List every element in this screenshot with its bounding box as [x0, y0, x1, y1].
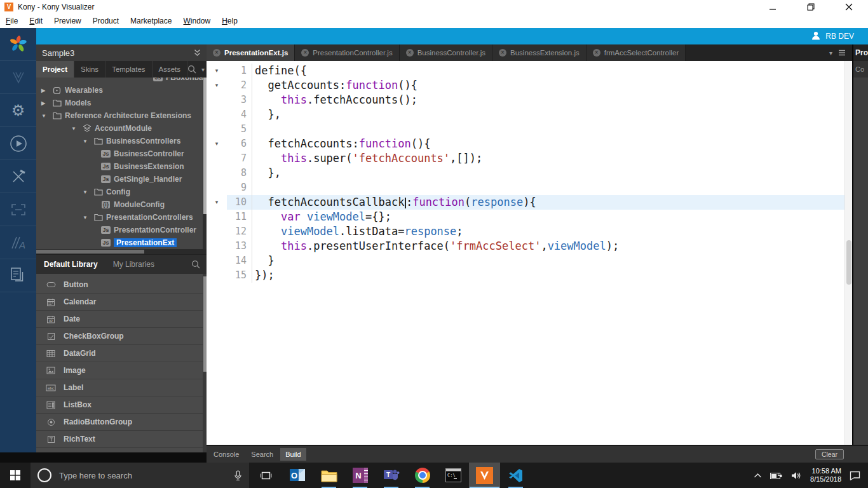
tree-item-config[interactable]: ▼Config — [36, 186, 207, 198]
expander-icon[interactable]: ▶ — [41, 88, 49, 93]
widget-item-radiobuttongroup[interactable]: RadioButtonGroup — [36, 414, 207, 431]
collapse-all-icon[interactable] — [194, 49, 201, 57]
tree-item-presentationext[interactable]: JsPresentationExt — [36, 236, 207, 249]
code-line-10[interactable]: ▾10 fetchAccountsCallback:function(respo… — [207, 195, 852, 210]
editor-tab-presentationcontroller-js[interactable]: ×PresentationController.js — [295, 44, 399, 61]
properties-panel-edge[interactable]: Prop Co — [852, 44, 868, 445]
settings-gear-icon[interactable]: ⚙ — [0, 94, 36, 127]
tree-item-wearables[interactable]: ▶Wearables — [36, 84, 207, 97]
console-tab-console[interactable]: Console — [208, 448, 244, 461]
widget-item-calendar[interactable]: Calendar — [36, 294, 207, 311]
editor-scrollbar[interactable] — [844, 61, 852, 445]
expander-icon[interactable]: ▼ — [83, 139, 90, 144]
code-text[interactable]: this.super('fetchAccounts',[]); — [252, 151, 852, 166]
tree-item-models[interactable]: ▶Models — [36, 97, 207, 109]
panel-tab-templates[interactable]: Templates — [105, 61, 152, 78]
taskbar-app-vscode[interactable] — [500, 463, 531, 488]
fold-toggle-icon[interactable]: ▾ — [207, 78, 227, 93]
dropdown-caret-icon[interactable]: ▾ — [201, 66, 205, 73]
library-tab-default-library[interactable]: Default Library — [36, 255, 105, 274]
expander-icon[interactable]: ▼ — [71, 126, 79, 132]
editor-tab-frmaccselectcontroller[interactable]: ×frmAccSelectController — [587, 44, 686, 61]
widget-item-richtext[interactable]: RichText — [36, 431, 207, 448]
menu-icon[interactable] — [838, 50, 846, 56]
code-text[interactable]: fetchAccountsCallback:function(response)… — [252, 195, 852, 210]
panel-tab-skins[interactable]: Skins — [74, 61, 105, 78]
code-line-7[interactable]: 7 this.super('fetchAccounts',[]); — [207, 151, 852, 166]
minimize-button[interactable] — [754, 0, 792, 14]
restore-button[interactable] — [792, 0, 830, 14]
widget-item-slider[interactable]: Slider — [36, 448, 207, 452]
menu-file[interactable]: File — [0, 14, 24, 28]
user-account-button[interactable]: RB DEV — [811, 30, 854, 43]
close-tab-icon[interactable]: × — [213, 49, 220, 57]
panel-tab-assets[interactable]: Assets — [153, 61, 188, 78]
search-icon[interactable] — [191, 260, 207, 269]
code-text[interactable] — [252, 180, 852, 195]
close-tab-icon[interactable]: × — [301, 49, 309, 57]
menu-help[interactable]: Help — [216, 14, 243, 28]
kony-logo[interactable] — [0, 28, 36, 61]
close-tab-icon[interactable]: × — [499, 49, 506, 57]
menu-marketplace[interactable]: Marketplace — [125, 14, 177, 28]
battery-icon[interactable] — [770, 471, 783, 480]
widget-item-date[interactable]: 02Date — [36, 311, 207, 328]
tree-item-fboxonbardscrn94dcontroller[interactable]: JsFBoxonbardScrn94dController — [36, 78, 207, 84]
widget-item-image[interactable]: Image — [36, 362, 207, 379]
code-text[interactable]: }, — [252, 107, 852, 122]
menu-edit[interactable]: Edit — [24, 14, 48, 28]
widget-item-listbox[interactable]: ListBox — [36, 396, 207, 414]
console-tab-build[interactable]: Build — [280, 448, 306, 461]
code-text[interactable]: }, — [252, 166, 852, 180]
code-text[interactable]: getAccounts:function(){ — [252, 78, 852, 93]
expander-icon[interactable]: ▼ — [83, 215, 90, 220]
taskbar-app-teams[interactable]: T — [376, 463, 407, 488]
code-text[interactable]: viewModel.listData=response; — [252, 224, 852, 239]
code-text[interactable]: this.presentUserInterface('frmAccSelect'… — [252, 239, 852, 254]
search-icon[interactable] — [187, 65, 196, 74]
code-line-14[interactable]: 14 } — [207, 254, 852, 268]
code-line-9[interactable]: 9 — [207, 180, 852, 195]
taskbar-search-box[interactable]: Type here to search — [31, 463, 249, 488]
code-text[interactable] — [252, 122, 852, 137]
code-line-12[interactable]: 12 viewModel.listData=response; — [207, 224, 852, 239]
taskbar-app-chrome[interactable] — [407, 463, 438, 488]
code-text[interactable]: fetchAccounts:function(){ — [252, 137, 852, 151]
tree-item-presentationcontroller[interactable]: JsPresentationController — [36, 224, 207, 236]
close-tab-icon[interactable]: × — [593, 49, 600, 57]
widget-item-button[interactable]: Button — [36, 276, 207, 294]
tree-item-moduleconfig[interactable]: {i}ModuleConfig — [36, 198, 207, 211]
tree-horizontal-scrollbar[interactable] — [36, 249, 207, 254]
tree-item-getsingle-handler[interactable]: JsGetSingle_Handler — [36, 173, 207, 186]
code-editing-area[interactable]: ▾1define({▾2 getAccounts:function(){3 th… — [207, 61, 852, 445]
widget-item-label[interactable]: abcLabel — [36, 379, 207, 396]
taskbar-clock[interactable]: 10:58 AM 8/15/2018 — [810, 467, 841, 484]
code-line-3[interactable]: 3 this.fetchAccounts(); — [207, 93, 852, 107]
typography-icon[interactable]: A — [0, 226, 36, 259]
tree-item-presentationcontrollers[interactable]: ▼PresentationControllers — [36, 211, 207, 224]
visualizer-icon[interactable] — [0, 61, 36, 94]
expander-icon[interactable]: ▼ — [41, 113, 49, 119]
widget-item-datagrid[interactable]: DataGrid — [36, 345, 207, 362]
editor-tab-presentationext-js[interactable]: ×PresentationExt.js — [207, 44, 295, 61]
tree-item-reference-architecture-extensions[interactable]: ▼Reference Architecture Extensions — [36, 109, 207, 122]
task-view-button[interactable] — [249, 463, 282, 488]
close-button[interactable] — [830, 0, 868, 14]
menu-product[interactable]: Product — [87, 14, 125, 28]
widget-item-checkboxgroup[interactable]: CheckBoxGroup — [36, 328, 207, 345]
console-tab-search[interactable]: Search — [246, 448, 278, 461]
code-line-6[interactable]: ▾6 fetchAccounts:function(){ — [207, 137, 852, 151]
code-line-5[interactable]: 5 — [207, 122, 852, 137]
hidden-icons-chevron-icon[interactable] — [754, 473, 762, 478]
panel-tab-project[interactable]: Project — [36, 61, 74, 78]
editor-tab-businesscontroller-js[interactable]: ×BusinessController.js — [400, 44, 492, 61]
code-line-4[interactable]: 4 }, — [207, 107, 852, 122]
taskbar-app-explorer[interactable] — [313, 463, 344, 488]
library-tab-my-libraries[interactable]: My Libraries — [105, 255, 162, 274]
code-line-11[interactable]: 11 var viewModel={}; — [207, 210, 852, 224]
menu-window[interactable]: Window — [177, 14, 216, 28]
tree-item-businesscontrollers[interactable]: ▼BusinessControllers — [36, 135, 207, 147]
fold-toggle-icon[interactable]: ▾ — [207, 137, 227, 151]
taskbar-app-onenote[interactable]: N — [344, 463, 376, 488]
close-tab-icon[interactable]: × — [406, 49, 414, 57]
